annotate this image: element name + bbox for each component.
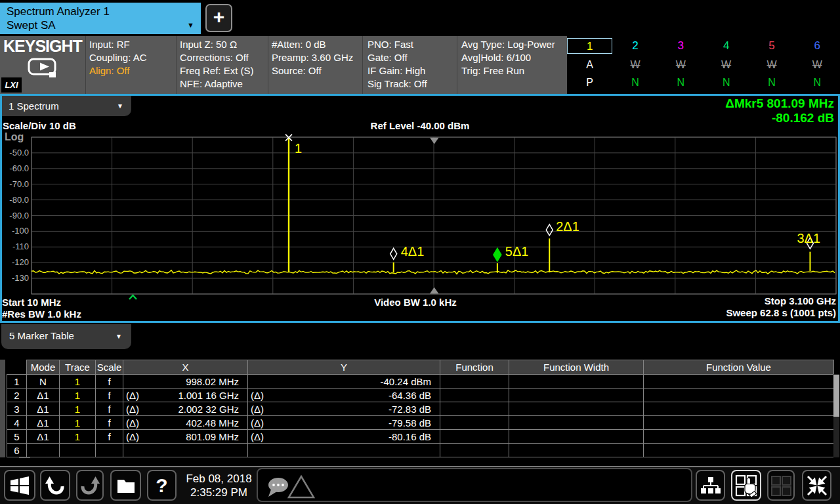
marker-table-header-function-width: Function Width: [509, 360, 644, 375]
marker-table-scrollbar-left[interactable]: [0, 360, 5, 457]
marker-table-header-mode: Mode: [27, 360, 60, 375]
trace-3-number[interactable]: 3: [658, 38, 704, 54]
marker-1-label: 1: [295, 141, 302, 156]
touch-window-icon: [734, 474, 758, 497]
marker-table-row-4[interactable]: 4Δ11f(Δ)402.48 MHz(Δ)-79.58 dB: [7, 416, 834, 430]
marker-table-row-1[interactable]: 1N1f998.02 MHz-40.24 dBm: [7, 375, 834, 388]
trace-2-number[interactable]: 2: [612, 38, 658, 54]
dropdown-arrow-icon[interactable]: ▼: [116, 333, 122, 340]
trace-indicator-grid[interactable]: 1AP2WN3WN4WN5WN6WN: [567, 36, 840, 94]
marker-function-width: [509, 375, 644, 388]
marker-table-row-3[interactable]: 3Δ11f(Δ)2.002 32 GHz(Δ)-72.83 dB: [7, 402, 834, 416]
select-window-button[interactable]: [731, 470, 761, 501]
trace-2-update-state[interactable]: W: [612, 56, 658, 73]
marker-table-header-row: ModeTraceScaleXYFunctionFunction WidthFu…: [7, 360, 834, 375]
windows-logo-icon: [9, 474, 31, 497]
sequence-view-button[interactable]: [696, 470, 725, 501]
add-measurement-button[interactable]: +: [205, 4, 232, 32]
header-divider: [457, 36, 457, 94]
trace-2-display-state[interactable]: N: [612, 74, 658, 91]
file-explorer-button[interactable]: [110, 470, 141, 501]
trace-6-display-state[interactable]: N: [795, 74, 840, 91]
trace-6-update-state[interactable]: W: [795, 56, 840, 73]
trace-1-update-state[interactable]: A: [567, 56, 612, 73]
trigger-position-caret: [129, 295, 136, 299]
marker-table-header-x: X: [123, 360, 248, 375]
y-value: -79.58 dB: [388, 417, 437, 429]
marker-function-width: [509, 444, 644, 457]
marker-table-header-y: Y: [248, 360, 440, 375]
undo-button[interactable]: [40, 470, 70, 501]
trace-5-number[interactable]: 5: [749, 38, 794, 54]
y-delta-prefix: (Δ): [251, 390, 264, 401]
marker-row-number: 4: [7, 416, 27, 430]
marker-mode: Δ1: [27, 430, 60, 444]
date-label: Feb 08, 2018: [182, 472, 256, 486]
trace-1-number[interactable]: 1: [567, 38, 612, 54]
marker-trace: [60, 444, 96, 457]
marker-scale: [96, 444, 123, 457]
trace-3-display-state[interactable]: N: [658, 74, 704, 91]
collapse-fullscreen-button[interactable]: [802, 470, 831, 501]
message-area[interactable]: [257, 468, 692, 502]
y-value: -64.36 dB: [388, 390, 437, 401]
marker-function-value: [644, 444, 834, 457]
marker-scale: f: [96, 388, 123, 402]
config-line: Align: Off: [89, 64, 147, 77]
marker-trace: 1: [60, 402, 96, 416]
undo-icon: [44, 474, 66, 497]
alert-triangle-icon: [287, 474, 316, 499]
x-value: 402.48 MHz: [186, 417, 245, 429]
x-value: 801.09 MHz: [186, 431, 245, 442]
start-freq-label: Start 10 MHz: [2, 297, 61, 308]
config-column-4: PNO: FastGate: OffIF Gain: HighSig Track…: [368, 38, 427, 91]
config-line: Trig: Free Run: [461, 64, 555, 77]
config-line: #Atten: 0 dB: [272, 38, 353, 51]
marker-row-number: 2: [7, 388, 27, 402]
trace-6-number[interactable]: 6: [795, 38, 840, 54]
trace-5-update-state[interactable]: W: [749, 56, 794, 73]
config-line: Freq Ref: Ext (S): [180, 64, 254, 77]
marker-5-label: 5Δ1: [505, 244, 529, 259]
header-divider: [85, 36, 86, 94]
trace-5-display-state[interactable]: N: [749, 74, 794, 91]
marker-table-row-2[interactable]: 2Δ11f(Δ)1.001 16 GHz(Δ)-64.36 dB: [7, 388, 834, 402]
marker-scale: f: [96, 402, 123, 416]
header-divider: [362, 36, 363, 94]
trace-1-display-state[interactable]: P: [567, 74, 612, 91]
marker-table-row-6[interactable]: 6: [7, 444, 834, 457]
datetime-display: Feb 08, 2018 2:35:29 PM: [182, 472, 256, 499]
trace-4-display-state[interactable]: N: [704, 74, 749, 91]
marker-x-cell: (Δ)402.48 MHz: [123, 416, 248, 430]
marker-table-scrollbar-thumb[interactable]: [833, 375, 839, 417]
trace-3-update-state[interactable]: W: [658, 56, 704, 73]
marker-y-cell: (Δ)-64.36 dB: [248, 388, 440, 402]
marker-mode: N: [27, 375, 60, 388]
stop-freq-label: Stop 3.100 GHz: [765, 295, 836, 306]
system-menu-button[interactable]: [4, 470, 35, 501]
config-line: Preamp: 3.60 GHz: [272, 51, 353, 64]
help-button[interactable]: ?: [147, 470, 177, 501]
marker-x-cell: [123, 444, 248, 457]
config-line: Avg|Hold: 6/100: [461, 51, 555, 64]
marker-table-window-selector[interactable]: 5 Marker Table ▼: [1, 324, 131, 349]
y-value: -72.83 dB: [388, 404, 437, 415]
marker-function-value: [644, 430, 834, 444]
config-line: NFE: Adaptive: [180, 77, 254, 91]
marker-table-row-5[interactable]: 5Δ11f(Δ)801.09 MHz(Δ)-80.16 dB: [7, 430, 834, 444]
redo-button[interactable]: [76, 470, 104, 501]
x-value: 998.02 MHz: [186, 376, 245, 387]
measurement-tab[interactable]: Spectrum Analyzer 1 Swept SA ▼: [0, 3, 201, 34]
trace-4-number[interactable]: 4: [704, 38, 749, 54]
grid-layout-icon: [770, 474, 792, 497]
marker-table-header-function: Function: [440, 360, 509, 375]
dropdown-arrow-icon[interactable]: ▼: [187, 18, 194, 32]
window-layout-button[interactable]: [767, 470, 795, 501]
trace-4-update-state[interactable]: W: [704, 56, 749, 73]
redo-icon: [79, 474, 101, 497]
marker-scale: f: [96, 375, 123, 388]
spectrum-plot[interactable]: 12Δ13Δ14Δ15Δ1: [0, 96, 840, 321]
config-column-3: #Atten: 0 dBPreamp: 3.60 GHzSource: Off: [272, 38, 353, 77]
marker-table: ModeTraceScaleXYFunctionFunction WidthFu…: [7, 360, 834, 457]
marker-row-number: 3: [7, 402, 27, 416]
